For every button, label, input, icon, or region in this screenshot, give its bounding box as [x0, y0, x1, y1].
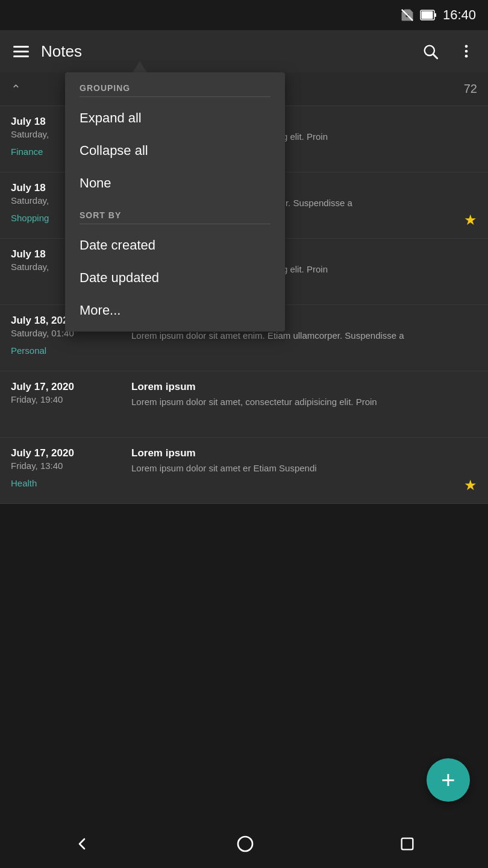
- more-option[interactable]: More...: [65, 294, 285, 327]
- date-created-option[interactable]: Date created: [65, 229, 285, 262]
- hamburger-icon: [13, 46, 29, 57]
- note-title: Lorem ipsum: [131, 447, 477, 459]
- svg-rect-2: [434, 13, 436, 17]
- date-updated-option[interactable]: Date updated: [65, 262, 285, 294]
- nav-bar: [0, 820, 488, 868]
- back-icon: [72, 834, 92, 854]
- collapse-icon[interactable]: ⌃: [11, 82, 21, 96]
- fab-button[interactable]: +: [427, 758, 470, 802]
- expand-all-option[interactable]: Expand all: [65, 102, 285, 134]
- svg-point-8: [465, 55, 468, 58]
- status-icons: 16:40: [401, 7, 476, 23]
- app-title: Notes: [41, 42, 410, 61]
- divider: [80, 96, 271, 97]
- search-button[interactable]: [419, 40, 441, 62]
- back-button[interactable]: [72, 834, 92, 854]
- note-day: Friday, 19:40: [11, 394, 123, 404]
- top-bar-actions: [419, 40, 477, 62]
- home-button[interactable]: [236, 834, 255, 854]
- note-item[interactable]: July 17, 2020 Friday, 13:40 Health Lorem…: [0, 438, 488, 504]
- note-date: July 17, 2020: [11, 447, 123, 459]
- more-vertical-icon: [458, 43, 475, 60]
- note-date-section: July 17, 2020 Friday, 13:40 Health: [11, 447, 131, 494]
- note-preview: Lorem ipsum dolor sit amet, consectetur …: [131, 395, 477, 408]
- note-tag: Personal: [11, 345, 123, 356]
- svg-point-9: [238, 837, 252, 851]
- svg-rect-3: [421, 11, 433, 19]
- menu-button[interactable]: [11, 43, 31, 60]
- group-count: 72: [464, 82, 477, 96]
- collapse-all-option[interactable]: Collapse all: [65, 134, 285, 167]
- dropdown-menu: GROUPING Expand all Collapse all None SO…: [65, 72, 285, 332]
- sim-icon: [401, 8, 414, 22]
- note-content: Lorem ipsum Lorem ipsum dolor sit amet e…: [131, 447, 477, 494]
- note-preview: Lorem ipsum dolor sit amet er Etiam Susp…: [131, 462, 477, 474]
- note-content: Lorem ipsum Lorem ipsum dolor sit amet, …: [131, 381, 477, 427]
- none-option[interactable]: None: [65, 167, 285, 200]
- svg-line-5: [433, 54, 437, 58]
- grouping-section-title: GROUPING: [65, 77, 285, 96]
- divider: [80, 224, 271, 224]
- home-icon: [236, 834, 255, 854]
- star-icon: ★: [464, 212, 477, 228]
- dropdown-indicator: [133, 61, 147, 72]
- recent-icon: [399, 835, 416, 852]
- note-tag: Health: [11, 478, 123, 488]
- svg-rect-10: [402, 838, 413, 850]
- battery-icon: [420, 8, 437, 22]
- note-date: July 17, 2020: [11, 381, 123, 393]
- top-bar: Notes: [0, 30, 488, 72]
- note-day: Friday, 13:40: [11, 461, 123, 471]
- note-date-section: July 17, 2020 Friday, 19:40: [11, 381, 131, 427]
- sortby-section-title: SORT BY: [65, 204, 285, 224]
- status-bar: 16:40: [0, 0, 488, 30]
- more-button[interactable]: [455, 40, 477, 62]
- svg-point-7: [465, 50, 468, 53]
- note-item[interactable]: July 17, 2020 Friday, 19:40 Lorem ipsum …: [0, 371, 488, 438]
- status-time: 16:40: [443, 7, 476, 23]
- recent-button[interactable]: [399, 835, 416, 852]
- svg-point-6: [465, 45, 468, 48]
- search-icon: [422, 43, 439, 60]
- note-title: Lorem ipsum: [131, 381, 477, 393]
- star-icon: ★: [464, 477, 477, 494]
